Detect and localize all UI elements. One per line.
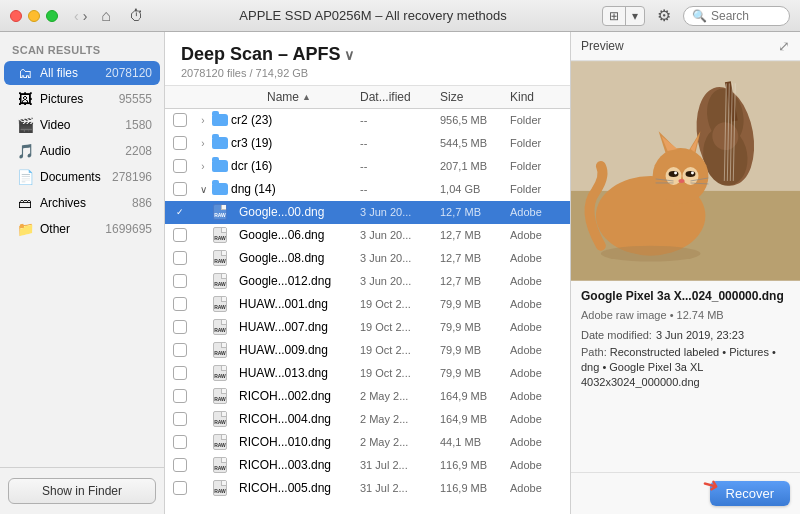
traffic-lights [10,10,58,22]
table-row[interactable]: RAW Google...00.dng 3 Jun 20... 12,7 MB … [165,201,570,224]
minimize-button[interactable] [28,10,40,22]
table-row[interactable]: RAW HUAW...009.dng 19 Oct 2... 79,9 MB A… [165,339,570,362]
checkbox[interactable] [173,159,187,173]
row-filename: cr3 (19) [229,136,360,150]
checkbox[interactable] [173,205,187,219]
sidebar-item-video[interactable]: 🎬 Video 1580 [4,113,160,137]
file-icon: RAW [211,272,229,290]
checkbox[interactable] [173,297,187,311]
preview-expand-icon[interactable]: ⤢ [778,38,790,54]
row-checkbox-area[interactable] [165,320,195,334]
row-date: 19 Oct 2... [360,321,440,333]
sidebar-label-archives: Archives [40,196,126,210]
expand-icon[interactable]: › [195,161,211,172]
sidebar-item-pictures[interactable]: 🖼 Pictures 95555 [4,87,160,111]
close-button[interactable] [10,10,22,22]
row-size: 164,9 MB [440,413,510,425]
sidebar-item-all-files[interactable]: 🗂 All files 2078120 [4,61,160,85]
sidebar-item-documents[interactable]: 📄 Documents 278196 [4,165,160,189]
table-row[interactable]: RAW Google...012.dng 3 Jun 20... 12,7 MB… [165,270,570,293]
window-title: APPLE SSD AP0256M – All recovery methods [152,8,594,23]
file-icon: RAW [211,364,229,382]
recover-area: ➜ Recover [571,472,800,514]
checkbox[interactable] [173,343,187,357]
sidebar-item-other[interactable]: 📁 Other 1699695 [4,217,160,241]
sidebar-item-audio[interactable]: 🎵 Audio 2208 [4,139,160,163]
table-row[interactable]: RAW RICOH...004.dng 2 May 2... 164,9 MB … [165,408,570,431]
row-checkbox-area[interactable] [165,389,195,403]
recover-button[interactable]: Recover [710,481,790,506]
checkbox[interactable] [173,182,187,196]
history-icon[interactable]: ⏱ [129,7,144,24]
search-input[interactable] [711,9,781,23]
sidebar-item-archives[interactable]: 🗃 Archives 886 [4,191,160,215]
row-checkbox-area[interactable] [165,435,195,449]
show-in-finder-button[interactable]: Show in Finder [8,478,156,504]
expand-icon[interactable]: ∨ [195,184,211,195]
row-checkbox-area[interactable] [165,205,195,219]
checkbox[interactable] [173,228,187,242]
sidebar-label-all-files: All files [40,66,99,80]
row-checkbox-area[interactable] [165,458,195,472]
audio-icon: 🎵 [16,143,34,159]
table-row[interactable]: › dcr (16) -- 207,1 MB Folder [165,155,570,178]
table-row[interactable]: RAW RICOH...002.dng 2 May 2... 164,9 MB … [165,385,570,408]
table-row[interactable]: RAW HUAW...013.dng 19 Oct 2... 79,9 MB A… [165,362,570,385]
checkbox[interactable] [173,274,187,288]
column-header-kind[interactable]: Kind [510,90,570,104]
svg-point-24 [679,179,685,183]
row-filename: RICOH...004.dng [229,412,360,426]
sidebar-label-documents: Documents [40,170,106,184]
home-icon[interactable]: ⌂ [101,7,111,25]
row-checkbox-area[interactable] [165,412,195,426]
table-row[interactable]: ∨ dng (14) -- 1,04 GB Folder [165,178,570,201]
row-checkbox-area[interactable] [165,228,195,242]
table-row[interactable]: RAW Google...06.dng 3 Jun 20... 12,7 MB … [165,224,570,247]
filter-icon[interactable]: ⚙ [653,4,675,27]
checkbox[interactable] [173,113,187,127]
row-checkbox-area[interactable] [165,366,195,380]
row-filename: cr2 (23) [229,113,360,127]
table-row[interactable]: › cr3 (19) -- 544,5 MB Folder [165,132,570,155]
grid-view-button[interactable]: ⊞ [603,7,626,25]
row-checkbox-area[interactable] [165,274,195,288]
chevron-down-icon[interactable]: ∨ [344,47,354,63]
checkbox[interactable] [173,412,187,426]
row-filename: Google...08.dng [229,251,360,265]
checkbox[interactable] [173,366,187,380]
table-row[interactable]: RAW RICOH...010.dng 2 May 2... 44,1 MB A… [165,431,570,454]
column-header-date[interactable]: Dat...ified [360,90,440,104]
row-size: 1,04 GB [440,183,510,195]
row-checkbox-area[interactable] [165,481,195,495]
table-row[interactable]: RAW RICOH...003.dng 31 Jul 2... 116,9 MB… [165,454,570,477]
checkbox[interactable] [173,320,187,334]
row-checkbox-area[interactable] [165,136,195,150]
table-row[interactable]: › cr2 (23) -- 956,5 MB Folder [165,109,570,132]
checkbox[interactable] [173,481,187,495]
row-checkbox-area[interactable] [165,251,195,265]
maximize-button[interactable] [46,10,58,22]
table-row[interactable]: RAW HUAW...007.dng 19 Oct 2... 79,9 MB A… [165,316,570,339]
row-checkbox-area[interactable] [165,113,195,127]
list-view-button[interactable]: ▾ [626,7,644,25]
search-box[interactable]: 🔍 [683,6,790,26]
column-header-size[interactable]: Size [440,90,510,104]
table-row[interactable]: RAW RICOH...005.dng 31 Jul 2... 116,9 MB… [165,477,570,500]
row-checkbox-area[interactable] [165,297,195,311]
checkbox[interactable] [173,136,187,150]
expand-icon[interactable]: › [195,115,211,126]
checkbox[interactable] [173,435,187,449]
row-checkbox-area[interactable] [165,159,195,173]
table-row[interactable]: RAW HUAW...001.dng 19 Oct 2... 79,9 MB A… [165,293,570,316]
expand-icon[interactable]: › [195,138,211,149]
checkbox[interactable] [173,251,187,265]
back-arrow-icon[interactable]: ‹ [74,9,79,23]
preview-header: Preview ⤢ [571,32,800,61]
column-header-name[interactable]: Name ▲ [229,90,360,104]
forward-arrow-icon[interactable]: › [83,9,88,23]
checkbox[interactable] [173,389,187,403]
row-checkbox-area[interactable] [165,343,195,357]
checkbox[interactable] [173,458,187,472]
row-checkbox-area[interactable] [165,182,195,196]
table-row[interactable]: RAW Google...08.dng 3 Jun 20... 12,7 MB … [165,247,570,270]
